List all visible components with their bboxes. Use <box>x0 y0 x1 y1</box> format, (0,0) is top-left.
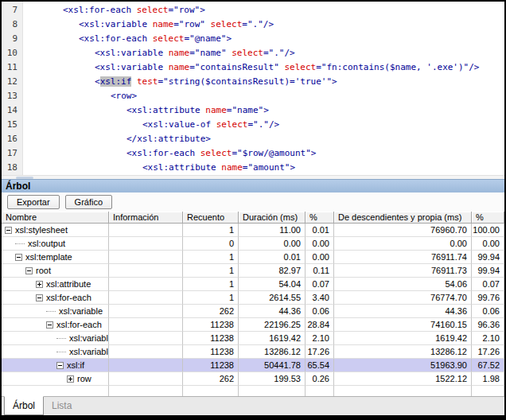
tab-lista[interactable]: Lista <box>44 397 80 415</box>
tree-indent <box>5 325 46 325</box>
column-header[interactable]: Recuento <box>183 212 239 224</box>
line-number: 18 <box>2 161 23 175</box>
tree-row[interactable]: xsl:variable26244.360.0644.360.06 <box>2 305 504 318</box>
expander-minus-icon[interactable] <box>56 362 64 369</box>
column-header[interactable]: Información <box>109 212 183 224</box>
cell-duration: 11.00 <box>239 224 306 237</box>
code-line[interactable]: 14<xsl:attribute name="name"> <box>2 103 504 118</box>
code-line[interactable]: 9<xsl:for-each select="@name"> <box>2 32 504 46</box>
cell-duration: 54.04 <box>239 278 306 291</box>
tree-row[interactable]: root182.970.1176911.7399.94 <box>2 264 504 278</box>
tree-row[interactable]: xsl:for-each1123822196.2528.8474160.1596… <box>2 318 504 332</box>
code-line[interactable]: 10<xsl:variable name="name" select="."/> <box>2 46 504 60</box>
tree-row[interactable]: xsl:for-each12614.553.4076774.7099.76 <box>2 291 504 305</box>
code-editor[interactable]: 7<xsl:for-each select="row">8<xsl:variab… <box>2 2 504 175</box>
line-number: 15 <box>2 118 23 132</box>
code-line[interactable]: 15<xsl:value-of select="."/> <box>2 118 504 132</box>
tree-row[interactable]: xsl:variable1123813286.1217.2613286.1217… <box>2 345 504 359</box>
code-line[interactable]: 18<xsl:attribute name="amount"> <box>2 161 504 175</box>
cell-name: xsl:variable <box>2 305 109 318</box>
cell-descendants: 13286.12 <box>334 345 472 359</box>
tree-row[interactable]: xsl:variable112381619.422.101619.422.10 <box>2 332 504 345</box>
expander-minus-icon[interactable] <box>25 267 33 274</box>
code-token: select <box>200 148 232 158</box>
code-token: name <box>221 162 243 173</box>
chart-button[interactable]: Gráfico <box>65 195 112 209</box>
tree-row[interactable]: xsl:output00.000.000.000.00 <box>2 237 504 251</box>
cell-count: 1 <box>183 224 239 237</box>
cell-duration: 22196.25 <box>239 318 306 332</box>
code-line[interactable]: 8<xsl:variable name="row" select="."/> <box>2 18 504 32</box>
cell-descendants: 1522.12 <box>334 372 472 386</box>
code-text: <row> <box>111 89 137 103</box>
code-line[interactable]: 17<xsl:for-each select="$row/@amount"> <box>2 146 504 161</box>
cell-descendants-percent: 0.07 <box>472 278 504 291</box>
cell-info <box>109 251 183 264</box>
expander-minus-icon[interactable] <box>46 321 53 329</box>
expander-minus-icon[interactable] <box>36 294 43 301</box>
empty-cell <box>306 386 334 396</box>
column-header[interactable]: Duración (ms) <box>239 212 306 224</box>
node-label: xsl:output <box>28 237 65 250</box>
panel-title: Árbol <box>2 179 504 192</box>
tree-row[interactable]: xsl:template10.010.0076911.7499.94 <box>2 251 504 264</box>
expander-plus-icon[interactable] <box>36 281 43 288</box>
cell-count: 11238 <box>183 359 239 372</box>
leaf-connector <box>56 352 66 352</box>
splitter-grip-icon[interactable] <box>16 177 33 179</box>
cell-name: xsl:template <box>2 251 109 264</box>
export-button[interactable]: Exportar <box>7 195 60 209</box>
node-label: xsl:variable <box>69 345 109 358</box>
code-token: <xsl:variable <box>79 19 153 29</box>
cell-count: 11238 <box>183 318 239 332</box>
tree-indent <box>5 284 36 285</box>
cell-info <box>109 237 183 251</box>
code-line[interactable]: 13<row> <box>2 89 504 103</box>
empty-cell <box>472 386 504 396</box>
cell-descendants: 76960.70 <box>334 224 472 237</box>
cell-descendants: 44.36 <box>334 305 472 318</box>
line-number: 14 <box>2 103 23 118</box>
column-header[interactable]: De descendientes y propia (ms) <box>334 212 472 224</box>
cell-descendants-percent: 99.76 <box>472 291 504 305</box>
code-line[interactable]: 12<xsl:if test="string($containsResult)=… <box>2 75 504 89</box>
panel-splitter[interactable] <box>2 175 504 179</box>
code-line[interactable]: 16</xsl:attribute> <box>2 132 504 146</box>
cell-descendants-percent: 0.06 <box>472 305 504 318</box>
xslt-profiler-window: 7<xsl:for-each select="row">8<xsl:variab… <box>0 0 506 420</box>
code-line[interactable]: 7<xsl:for-each select="row"> <box>2 3 504 18</box>
empty-cell <box>109 386 183 396</box>
line-number: 17 <box>2 146 23 161</box>
tree-row[interactable]: xsl:if1123850441.7865.5451963.9067.52 <box>2 359 504 372</box>
node-label: root <box>36 264 51 277</box>
code-text: <xsl:if test="string($containsResult)='t… <box>95 75 337 89</box>
cell-percent: 0.26 <box>306 372 334 386</box>
code-token: select <box>153 33 185 44</box>
tab-arbol[interactable]: Árbol <box>4 396 44 415</box>
expander-minus-icon[interactable] <box>5 227 12 234</box>
cell-percent: 0.00 <box>306 237 334 251</box>
cell-descendants: 76774.70 <box>334 291 472 305</box>
cell-count: 262 <box>183 305 239 318</box>
cell-percent: 0.01 <box>306 224 334 237</box>
code-token: < <box>95 76 100 87</box>
expander-plus-icon[interactable] <box>67 375 74 383</box>
column-header[interactable]: % <box>472 212 504 224</box>
tree-indent <box>5 352 56 352</box>
node-label: xsl:for-each <box>46 291 91 304</box>
cell-descendants-percent: 100.00 <box>472 224 504 237</box>
cell-count: 11238 <box>183 345 239 359</box>
code-token: select <box>232 48 263 58</box>
cell-percent: 28.84 <box>306 318 334 332</box>
tree-row[interactable]: xsl:attribute154.040.0754.060.07 <box>2 278 504 291</box>
tree-indent <box>5 365 56 366</box>
tree-row[interactable]: xsl:stylesheet111.000.0176960.70100.00 <box>2 224 504 237</box>
column-header[interactable]: Nombre <box>2 212 109 224</box>
code-line[interactable]: 11<xsl:variable name="containsResult" se… <box>2 60 504 75</box>
code-token: ="."/> <box>247 119 279 130</box>
cell-name: row <box>2 372 109 386</box>
column-header[interactable]: % <box>306 212 334 224</box>
tree-row[interactable]: row262199.530.261522.121.98 <box>2 372 504 386</box>
line-number: 13 <box>2 89 23 103</box>
expander-minus-icon[interactable] <box>15 254 22 261</box>
